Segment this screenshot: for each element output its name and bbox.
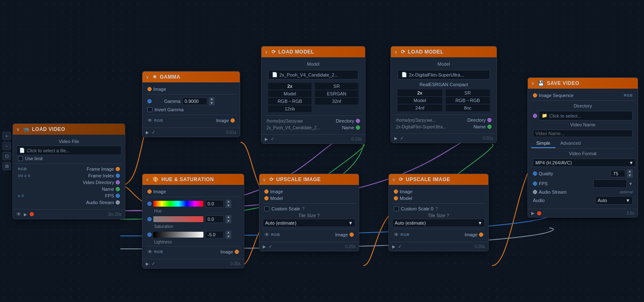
- lm2-check[interactable]: ✓: [400, 136, 404, 141]
- sv-quality-port[interactable]: [533, 171, 537, 176]
- video-dir-port[interactable]: [116, 180, 120, 184]
- gamma-header[interactable]: ∨ ☀ GAMMA: [142, 72, 240, 82]
- hue-eye[interactable]: 👁: [147, 249, 152, 255]
- hue-port[interactable]: [147, 202, 152, 206]
- lm1-dir-port[interactable]: [356, 119, 360, 123]
- sv-format-select[interactable]: MP4 (H.264/AVC) ▼: [533, 159, 636, 167]
- up1-eye[interactable]: 👁: [264, 232, 269, 238]
- up2-out-port[interactable]: [479, 233, 483, 237]
- load-model-1-header[interactable]: ∨ ⟳ LOAD MODEL: [261, 46, 365, 57]
- lightness-up[interactable]: ▲: [226, 230, 231, 235]
- up1-check[interactable]: ✓: [269, 244, 272, 249]
- load-video-header[interactable]: ∨ 📹 LOAD VIDEO: [13, 124, 125, 135]
- up2-play[interactable]: ▶: [392, 244, 396, 249]
- sv-quality-stepper[interactable]: ▲ ▼: [627, 169, 633, 178]
- collapse-gamma[interactable]: ∨: [146, 75, 149, 79]
- gamma-image-in-port[interactable]: [147, 87, 152, 91]
- sv-quality-down[interactable]: ▼: [627, 174, 633, 178]
- sv-fps-dropdown[interactable]: ▼: [629, 182, 633, 186]
- use-limit-checkbox[interactable]: [18, 156, 23, 161]
- up2-tile-size-select[interactable]: Auto (estimate) ▼: [392, 219, 485, 227]
- hue-check[interactable]: ✓: [152, 261, 155, 266]
- play-btn[interactable]: ▶: [24, 212, 27, 217]
- up2-custom-scale-checkbox[interactable]: [394, 206, 399, 211]
- up2-image-in-port[interactable]: [394, 189, 398, 194]
- file-select-btn[interactable]: 📄 Click to select a file...: [16, 146, 122, 155]
- up2-check[interactable]: ✓: [398, 244, 402, 249]
- hue-value-input[interactable]: [205, 200, 224, 207]
- gamma-value-input[interactable]: [182, 97, 207, 105]
- sv-quality-up[interactable]: ▲: [627, 169, 633, 174]
- audio-stream-port[interactable]: [116, 200, 120, 205]
- collapse-lm2[interactable]: ∨: [394, 50, 398, 54]
- lm1-file-btn[interactable]: 📄 2x_Pooh_V4_Candidate_2...: [268, 70, 358, 79]
- sat-down[interactable]: ▼: [226, 219, 231, 223]
- fps-port[interactable]: [116, 194, 120, 198]
- up1-tile-size-select[interactable]: Auto (estimate) ▼: [263, 219, 355, 227]
- lm2-name-port[interactable]: [487, 125, 492, 129]
- collapse-sv[interactable]: ∨: [531, 81, 535, 86]
- save-video-header[interactable]: ∨ 💾 SAVE VIDEO: [528, 78, 638, 89]
- lm1-name-port[interactable]: [356, 125, 360, 130]
- sv-tab-advanced[interactable]: Advanced: [555, 139, 586, 148]
- invert-gamma-checkbox[interactable]: [147, 107, 152, 112]
- sv-fps-input[interactable]: [593, 179, 627, 188]
- sv-fps-port[interactable]: [533, 182, 537, 186]
- gamma-out-port[interactable]: [231, 118, 235, 123]
- collapse-up2[interactable]: ∨: [392, 177, 396, 182]
- up1-play[interactable]: ▶: [263, 244, 266, 249]
- hue-stepper[interactable]: ▲ ▼: [226, 200, 231, 208]
- lightness-down[interactable]: ▼: [226, 235, 231, 239]
- sv-vname-input[interactable]: [533, 130, 633, 137]
- zoom-out-btn[interactable]: −: [3, 142, 11, 150]
- sat-up[interactable]: ▲: [226, 215, 231, 219]
- collapse-hue-sat[interactable]: ∨: [146, 177, 149, 182]
- lightness-port[interactable]: [147, 233, 152, 237]
- gamma-blue-port[interactable]: [147, 99, 152, 103]
- name-port[interactable]: [116, 187, 120, 191]
- up1-model-in-port[interactable]: [264, 196, 269, 200]
- frame-image-port[interactable]: [116, 167, 120, 171]
- hue-out-port[interactable]: [235, 250, 239, 254]
- hue-up[interactable]: ▲: [226, 200, 231, 204]
- zoom-in-btn[interactable]: +: [3, 132, 11, 140]
- lm1-play[interactable]: ▶: [265, 137, 268, 141]
- upscale-2-header[interactable]: ∨ ⟳ UPSCALE IMAGE: [389, 174, 488, 185]
- hue-sat-header[interactable]: ∨ 🎨 HUE & SATURATION: [142, 174, 244, 185]
- lm2-dir-port[interactable]: [487, 118, 492, 122]
- eye-btn[interactable]: 👁: [16, 211, 21, 217]
- gamma-check[interactable]: ✓: [152, 130, 155, 135]
- gamma-down[interactable]: ▼: [209, 101, 215, 105]
- sv-audio-select[interactable]: Auto ▼: [595, 196, 633, 205]
- sat-port[interactable]: [147, 217, 152, 221]
- sv-image-in-port[interactable]: [533, 93, 537, 97]
- sat-value-input[interactable]: [205, 215, 224, 223]
- collapse-lm1[interactable]: ∨: [265, 50, 268, 54]
- sv-dir-port[interactable]: [533, 114, 537, 118]
- hue-down[interactable]: ▼: [226, 204, 231, 208]
- up2-eye[interactable]: 👁: [394, 232, 399, 238]
- fit-btn[interactable]: ⊡: [3, 152, 11, 160]
- gamma-up[interactable]: ▲: [209, 97, 215, 101]
- lm1-check[interactable]: ✓: [271, 136, 274, 142]
- lightness-value-input[interactable]: [205, 231, 224, 238]
- sv-quality-input[interactable]: [611, 170, 625, 177]
- lm2-play[interactable]: ▶: [394, 136, 398, 141]
- sv-tab-simple[interactable]: Simple: [531, 139, 555, 148]
- gamma-stepper[interactable]: ▲ ▼: [209, 97, 215, 105]
- sat-stepper[interactable]: ▲ ▼: [226, 215, 231, 223]
- sv-dir-input[interactable]: 📁 Click to select...: [539, 111, 633, 120]
- lightness-stepper[interactable]: ▲ ▼: [226, 230, 231, 239]
- up1-image-in-port[interactable]: [264, 189, 269, 194]
- up1-custom-scale-checkbox[interactable]: [264, 206, 269, 211]
- load-model-2-header[interactable]: ∨ ⟳ LOAD MODEL: [391, 46, 497, 57]
- grid-btn[interactable]: ⊞: [3, 162, 11, 170]
- lm2-file-btn[interactable]: 📄 2x-DigitalFlim-SuperUltra...: [398, 70, 490, 79]
- frame-index-port[interactable]: [116, 174, 120, 178]
- hue-image-in-port[interactable]: [147, 189, 152, 194]
- sv-play[interactable]: ▶: [531, 211, 535, 215]
- up2-model-in-port[interactable]: [394, 196, 398, 200]
- upscale-1-header[interactable]: ∨ ⟳ UPSCALE IMAGE: [259, 174, 359, 185]
- collapse-up1[interactable]: ∨: [263, 177, 266, 182]
- collapse-load-video[interactable]: ∨: [16, 127, 20, 132]
